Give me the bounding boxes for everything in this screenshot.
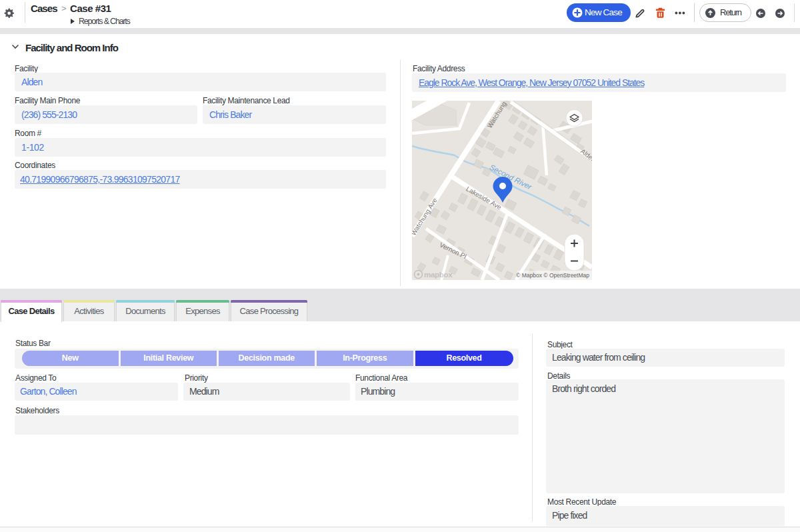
svg-text:mapbox: mapbox <box>424 271 453 279</box>
svg-text:© Mapbox © OpenStreetMap: © Mapbox © OpenStreetMap <box>516 272 589 279</box>
